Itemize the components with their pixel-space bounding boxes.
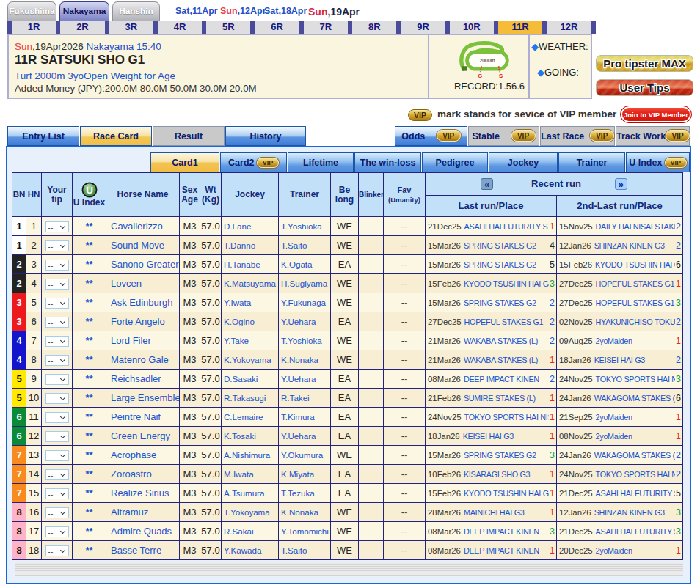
svg-text:2000m: 2000m bbox=[480, 58, 495, 63]
svg-text:U: U bbox=[86, 185, 93, 196]
svg-text:S: S bbox=[499, 73, 503, 79]
svg-text:G: G bbox=[478, 73, 482, 79]
